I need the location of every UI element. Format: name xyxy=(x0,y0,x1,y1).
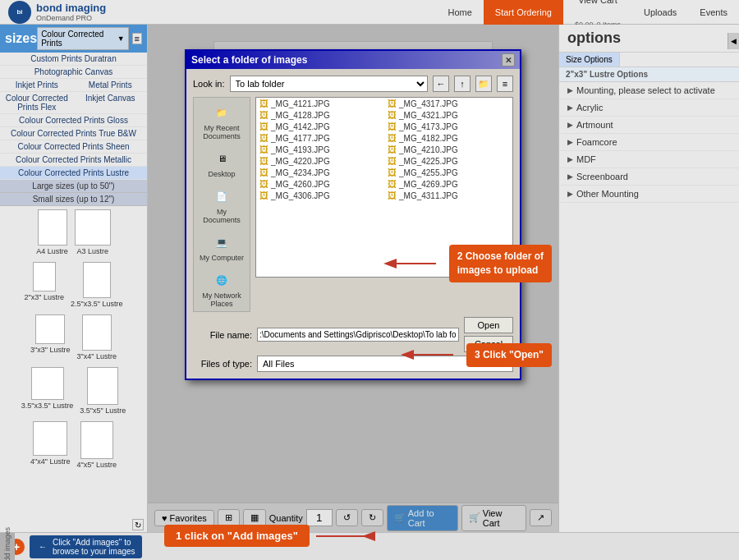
look-in-select[interactable]: To lab folder xyxy=(230,76,428,92)
file-item[interactable]: 🖼_MG_4193.JPG xyxy=(256,144,384,155)
annotation-3-arrow xyxy=(396,347,461,363)
dialog-up-button[interactable]: ↑ xyxy=(454,76,470,92)
file-item[interactable]: 🖼_MG_4255.JPG xyxy=(384,167,512,178)
sidebar-item-lustre[interactable]: Colour Corrected Prints Lustre xyxy=(0,167,147,180)
dialog-recent-docs[interactable]: 📁 My RecentDocuments xyxy=(197,101,246,140)
file-item[interactable]: 🖼_MG_4317.JPG xyxy=(384,98,512,109)
sidebar-item-inkjet-canvas[interactable]: Inkjet Canvas xyxy=(74,92,148,113)
dialog-new-folder-button[interactable]: 📁 xyxy=(475,76,492,92)
opt-arrow-icon: ▶ xyxy=(567,103,573,112)
size-a4-lustre[interactable]: A4 Lustre xyxy=(36,209,68,255)
file-item[interactable]: 🖼_MG_4182.JPG xyxy=(384,132,512,144)
sidebar-item-inkjet[interactable]: Inkjet Prints xyxy=(0,79,74,91)
file-item[interactable]: 🖼_MG_4306.JPG xyxy=(256,190,384,201)
filename-input[interactable] xyxy=(257,328,459,342)
sidebar-item-flex[interactable]: Colour Corrected Prints Flex xyxy=(0,92,74,113)
dialog-open-button[interactable]: Open xyxy=(464,317,513,333)
large-sizes-separator: Large sizes (up to 50") xyxy=(0,180,147,193)
file-item[interactable]: 🖼_MG_4128.JPG xyxy=(256,109,384,121)
look-in-row: Look in: To lab folder ← ↑ 📁 ≡ xyxy=(193,76,513,92)
add-images-button[interactable]: ← Click "Add images" tobrowse to your im… xyxy=(30,535,142,558)
colour-dropdown[interactable]: Colour Corrected Prints ▼ xyxy=(37,27,128,50)
opt-foamcore[interactable]: ▶ Foamcore xyxy=(559,134,739,151)
annotation-2-arrow xyxy=(379,255,444,272)
options-list: ▶ Mounting, please select to activate ▶ … xyxy=(559,82,739,203)
opt-other-mounting[interactable]: ▶ Other Mounting xyxy=(559,186,739,203)
opt-screenboard[interactable]: ▶ Screenboard xyxy=(559,168,739,186)
opt-artmount[interactable]: ▶ Artmount xyxy=(559,117,739,134)
size-4x4[interactable]: 4"x4" Lustre xyxy=(30,421,70,469)
size-3p5x5[interactable]: 3.5"x5" Lustre xyxy=(80,367,126,415)
sidebar: sizes Colour Corrected Prints ▼ ≡ Custom… xyxy=(0,25,148,532)
file-icon: 🖼 xyxy=(388,145,397,154)
opt-mounting[interactable]: ▶ Mounting, please select to activate xyxy=(559,82,739,99)
size-3x3[interactable]: 3"x3" Lustre xyxy=(30,314,70,360)
size-3x4[interactable]: 3"x4" Lustre xyxy=(77,314,117,360)
sidebar-item-sheen[interactable]: Colour Corrected Prints Sheen xyxy=(0,140,147,154)
annotation-1-arrow xyxy=(316,528,382,544)
file-icon: 🖼 xyxy=(259,145,269,154)
file-item[interactable]: 🖼_MG_4321.JPG xyxy=(384,109,512,121)
filename-label: File name: xyxy=(193,330,252,340)
file-icon: 🖼 xyxy=(388,110,397,120)
dialog-my-network[interactable]: 🌐 My NetworkPlaces xyxy=(197,269,246,308)
logo-icon: bi xyxy=(8,1,31,24)
size-4x5[interactable]: 4"x5" Lustre xyxy=(77,421,117,469)
dialog-desktop[interactable]: 🖥 Desktop xyxy=(197,147,246,178)
opt-acrylic[interactable]: ▶ Acrylic xyxy=(559,99,739,117)
dialog-my-computer[interactable]: 💻 My Computer xyxy=(197,231,246,262)
opt-arrow-icon: ▶ xyxy=(567,121,573,129)
sidebar-item-custom-prints[interactable]: Custom Prints Duratran xyxy=(0,53,147,66)
start-ordering-button[interactable]: Start Ordering xyxy=(484,0,563,25)
uploads-button[interactable]: Uploads xyxy=(632,0,688,25)
main-area: sizes Colour Corrected Prints ▼ ≡ Custom… xyxy=(0,25,739,532)
sidebar-item-metal[interactable]: Metal Prints xyxy=(74,79,148,91)
size-a3-lustre[interactable]: A3 Lustre xyxy=(75,209,111,255)
annotation-1-box: 1 click on "Add images" xyxy=(164,525,310,547)
small-sizes-separator: Small sizes (up to 12") xyxy=(0,193,147,206)
annotation-1: 1 click on "Add images" xyxy=(164,525,382,547)
file-item[interactable]: 🖼_MG_4210.JPG xyxy=(384,144,512,155)
size-2p5x3p5[interactable]: 2.5"x3.5" Lustre xyxy=(71,262,122,308)
dialog-back-button[interactable]: ← xyxy=(433,76,449,92)
size-3p5x3p5[interactable]: 3.5"x3.5" Lustre xyxy=(21,367,73,415)
sidebar-item-gloss[interactable]: Colour Corrected Prints Gloss xyxy=(0,114,147,127)
sidebar-expand-icon[interactable]: ≡ xyxy=(132,33,142,44)
my-computer-icon: 💻 xyxy=(209,231,235,254)
file-item[interactable]: 🖼_MG_4220.JPG xyxy=(256,155,384,167)
dialog-view-button[interactable]: ≡ xyxy=(497,76,513,92)
sidebar-item-bw[interactable]: Colour Corrected Prints True B&W xyxy=(0,127,147,140)
tab-size-options[interactable]: Size Options xyxy=(559,53,620,67)
desktop-icon: 🖥 xyxy=(209,147,235,170)
file-icon: 🖼 xyxy=(388,190,397,200)
file-icon: 🖼 xyxy=(259,133,269,143)
opt-arrow-icon: ▶ xyxy=(567,86,573,94)
file-item[interactable]: 🖼_MG_4234.JPG xyxy=(256,167,384,178)
file-item[interactable]: 🖼_MG_4177.JPG xyxy=(256,132,384,144)
sidebar-item-photo-canvas[interactable]: Photographic Canvas xyxy=(0,66,147,79)
file-item[interactable]: 🖼_MG_4142.JPG xyxy=(256,121,384,132)
sidebar-menu: Custom Prints Duratran Photographic Canv… xyxy=(0,53,147,180)
options-tabs: Size Options xyxy=(559,53,739,67)
opt-mdf[interactable]: ▶ MDF xyxy=(559,151,739,168)
panel-collapse-icon[interactable]: ◀ xyxy=(728,33,739,49)
events-button[interactable]: Events xyxy=(688,0,739,25)
size-row-3: 3"x3" Lustre 3"x4" Lustre xyxy=(3,314,144,360)
file-item[interactable]: 🖼_MG_4173.JPG xyxy=(384,121,512,132)
annotation-2: 2 Choose folder ofimages to upload xyxy=(379,245,552,282)
header: bi bond imaging OnDemand PRO Home Start … xyxy=(0,0,739,25)
file-icon: 🖼 xyxy=(259,110,269,120)
sidebar-item-metallic[interactable]: Colour Corrected Prints Metallic xyxy=(0,154,147,167)
file-item[interactable]: 🖼_MG_4225.JPG xyxy=(384,155,512,167)
view-cart-button[interactable]: View Cart $0.00 0 Items xyxy=(563,0,632,25)
bottom-bar: + ← Click "Add images" tobrowse to your … xyxy=(0,532,739,560)
refresh-icon[interactable]: ↻ xyxy=(132,519,144,530)
file-item[interactable]: 🖼_MG_4260.JPG xyxy=(256,178,384,190)
home-button[interactable]: Home xyxy=(437,0,484,25)
dialog-my-documents[interactable]: 📄 My Documents xyxy=(197,185,246,224)
file-item[interactable]: 🖼_MG_4269.JPG xyxy=(384,178,512,190)
file-item[interactable]: 🖼_MG_4311.JPG xyxy=(384,190,512,201)
dialog-close-button[interactable]: ✕ xyxy=(502,53,515,67)
file-item[interactable]: 🖼_MG_4121.JPG xyxy=(256,98,384,109)
size-2x3[interactable]: 2"x3" Lustre xyxy=(25,262,64,308)
